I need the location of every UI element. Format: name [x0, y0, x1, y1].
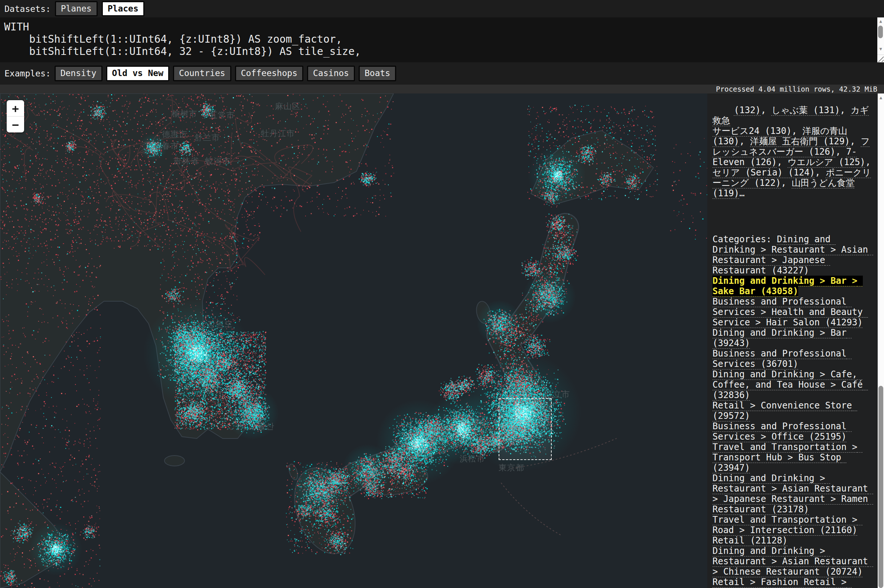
example-button-density[interactable]: Density	[54, 66, 102, 81]
query-status-bar: Processed 4.04 million rows, 42.32 MiB	[0, 85, 884, 93]
brand-link[interactable]: 洋麺屋 五右衛門 (129)	[750, 136, 850, 147]
category-link[interactable]: Business and Professional Services > Hea…	[713, 296, 868, 328]
example-button-casinos[interactable]: Casinos	[307, 66, 355, 81]
category-link[interactable]: Dining and Drinking > Cafe, Coffee, and …	[713, 369, 868, 400]
results-sidebar: (132), しゃぶ葉 (131), カギ救急 サービス24 (130), 洋服…	[707, 93, 878, 588]
category-link[interactable]: Travel and Transportation > Road > Inter…	[713, 514, 863, 536]
categories-list: Categories: Dining and Drinking > Restau…	[713, 234, 878, 588]
dataset-button-planes[interactable]: Planes	[55, 1, 98, 17]
map[interactable]: 榆树市五常市麻山区德惠市舒兰市牡丹江市长春市吉林省蛟河市강원도울산浜松市東京都日…	[0, 93, 707, 588]
map-canvas[interactable]	[0, 93, 707, 588]
editor-grip-separator	[877, 54, 884, 55]
brand-link[interactable]: (132)	[734, 105, 761, 116]
sidebar-scroll-thumb[interactable]	[878, 386, 883, 588]
editor-resize-grip-icon[interactable]	[878, 56, 884, 62]
example-button-countries[interactable]: Countries	[173, 66, 231, 81]
example-button-old-vs-new[interactable]: Old vs New	[106, 66, 169, 81]
editor-scrollbar[interactable]: ▲ ▼	[877, 17, 884, 62]
category-link[interactable]: Travel and Transportation > Transport Hu…	[713, 442, 863, 473]
map-zoom-control: + −	[7, 100, 24, 132]
query-editor-code[interactable]: WITH bitShiftLeft(1::UInt64, {z:UInt8}) …	[0, 17, 884, 57]
category-link[interactable]: Retail (21128)	[713, 536, 788, 546]
brand-link[interactable]: しゃぶ葉 (131)	[771, 105, 840, 116]
zoom-out-button[interactable]: −	[7, 116, 24, 132]
example-button-coffeeshops[interactable]: Coffeeshops	[235, 66, 303, 81]
datasets-bar: Datasets: Planes Places	[0, 0, 884, 17]
example-button-boats[interactable]: Boats	[359, 66, 396, 81]
brand-link[interactable]: ウエルシア (125)	[788, 157, 866, 167]
examples-bar: Examples: Density Old vs New Countries C…	[0, 62, 884, 85]
editor-scroll-up-icon[interactable]: ▲	[877, 18, 884, 24]
category-link[interactable]: Dining and Drinking > Restaurant > Asian…	[713, 546, 873, 577]
query-editor[interactable]: WITH bitShiftLeft(1::UInt64, {z:UInt8}) …	[0, 17, 884, 62]
editor-scroll-thumb[interactable]	[878, 26, 883, 38]
category-link[interactable]: Retail > Fashion Retail > Clothing Store…	[713, 577, 852, 588]
datasets-label: Datasets:	[5, 4, 51, 14]
category-link[interactable]: Dining and Drinking > Bar (39243)	[713, 328, 852, 348]
top-brands-list: (132), しゃぶ葉 (131), カギ救急 サービス24 (130), 洋服…	[713, 105, 871, 198]
category-link[interactable]: Business and Professional Services > Off…	[713, 421, 852, 442]
category-link[interactable]: Business and Professional Services (3670…	[713, 348, 852, 369]
category-link[interactable]: Dining and Drinking > Restaurant > Asian…	[713, 473, 873, 514]
tile-selection-box[interactable]	[499, 398, 552, 460]
editor-scroll-down-icon[interactable]: ▼	[877, 46, 884, 52]
dataset-button-places[interactable]: Places	[102, 1, 144, 17]
category-link-selected[interactable]: Dining and Drinking > Bar > Sake Bar (43…	[713, 276, 863, 296]
examples-label: Examples:	[5, 69, 51, 78]
brand-link[interactable]: セリア (Seria) (124)	[713, 167, 815, 178]
sidebar-scroll-up-icon[interactable]: ▲	[878, 95, 884, 100]
processed-rows-text: Processed 4.04 million rows, 42.32 MiB	[716, 85, 877, 93]
sidebar-scrollbar[interactable]: ▲	[878, 93, 884, 588]
category-link[interactable]: Retail > Convenience Store (29572)	[713, 400, 857, 421]
main-content: 榆树市五常市麻山区德惠市舒兰市牡丹江市长春市吉林省蛟河市강원도울산浜松市東京都日…	[0, 93, 884, 588]
categories-label: Categories:	[713, 234, 777, 244]
zoom-in-button[interactable]: +	[7, 100, 24, 116]
